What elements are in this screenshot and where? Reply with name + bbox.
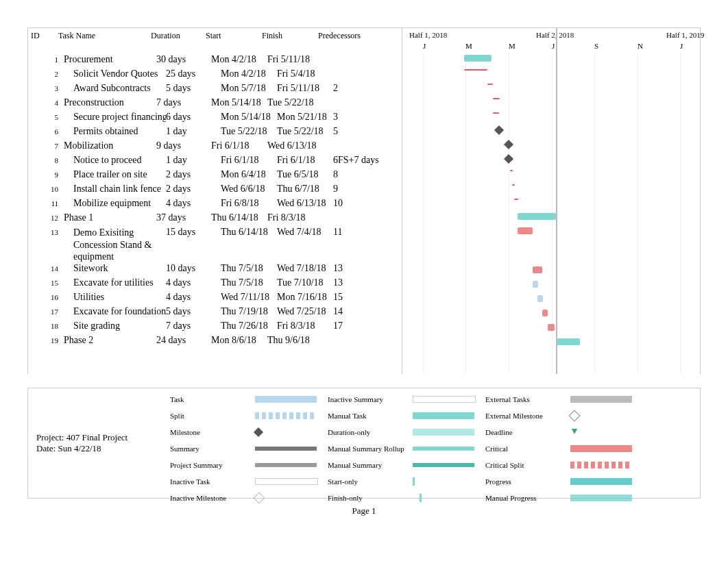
table-row: 13Demo Exisiting Concession Stand & equi…	[28, 227, 402, 263]
milestone-icon	[494, 125, 504, 135]
timeline-half: Half 2, 2018	[536, 31, 574, 39]
gantt-bar	[533, 266, 542, 273]
table-row: 8Notice to proceed1 dayFri 6/1/18Fri 6/1…	[28, 155, 402, 169]
legend-items: TaskInactive SummaryExternal TasksSplitM…	[170, 388, 700, 498]
legend-label: Manual Progress	[485, 491, 568, 505]
timeline-month: M	[465, 42, 472, 50]
legend-swatch	[255, 396, 317, 403]
legend-label: Task	[170, 392, 252, 406]
legend-label: Deadline	[485, 425, 568, 439]
milestone-icon	[504, 140, 513, 149]
legend-swatch	[570, 462, 632, 468]
legend-label: Inactive Summary	[328, 392, 410, 406]
gantt-bar	[510, 170, 513, 171]
timeline-header: Half 1, 2018Half 2, 2018Half 1, 2019JMMJ…	[402, 28, 700, 51]
project-info: Project: 407 Final Project Date: Sun 4/2…	[28, 388, 170, 498]
gantt-bar	[464, 55, 492, 62]
table-row: 2Solicit Vendor Quotes25 daysMon 4/2/18F…	[28, 68, 402, 83]
legend-label: Finish-only	[328, 491, 410, 505]
legend-swatch	[570, 495, 632, 501]
table-row: 18Site grading7 daysThu 7/26/18Fri 8/3/1…	[28, 321, 402, 335]
task-name: Preconstruction	[64, 97, 156, 108]
timeline-half: Half 1, 2018	[409, 31, 447, 39]
legend-label: Start-only	[328, 475, 410, 488]
legend-label: Project Summary	[170, 458, 252, 472]
gantt-bar	[542, 310, 548, 316]
legend-swatch	[570, 445, 632, 452]
project-title: Project: 407 Final Project	[36, 432, 170, 443]
col-finish: Finish	[262, 31, 318, 41]
gantt-bar	[533, 281, 538, 288]
legend-label: Split	[170, 409, 252, 423]
project-date: Date: Sun 4/22/18	[36, 443, 170, 454]
timeline-month: J	[552, 42, 555, 50]
legend-swatch	[570, 396, 632, 403]
legend-swatch	[570, 429, 577, 436]
legend-label: Manual Summary	[328, 458, 410, 472]
task-name: Procurement	[64, 54, 156, 65]
col-start: Start	[206, 31, 262, 41]
legend-swatch	[255, 447, 317, 451]
legend-label: Critical Split	[485, 458, 568, 472]
legend-label: Inactive Milestone	[170, 491, 252, 505]
task-name: Install chain link fence	[64, 184, 166, 195]
legend-label: Milestone	[170, 425, 252, 439]
legend-swatch	[255, 463, 317, 467]
legend-label: External Tasks	[485, 392, 568, 406]
legend-label: Critical	[485, 442, 568, 455]
col-id: ID	[28, 31, 58, 41]
task-name: Site grading	[64, 321, 166, 331]
table-row: 6Permits obtained1 dayTue 5/22/18Tue 5/2…	[28, 126, 402, 140]
legend-swatch	[413, 447, 474, 451]
legend-swatch	[413, 396, 476, 403]
task-name: Place trailer on site	[64, 169, 166, 180]
status-date-line	[556, 28, 557, 374]
col-name: Task Name	[58, 31, 151, 41]
timeline-month: N	[638, 42, 643, 50]
table-row: 9Place trailer on site2 daysMon 6/4/18Tu…	[28, 169, 402, 184]
timeline-half: Half 1, 2019	[666, 31, 704, 39]
legend-label: Progress	[485, 475, 568, 488]
table-row: 12Phase 137 daysThu 6/14/18Fri 8/3/18	[28, 212, 402, 227]
table-row: 11Mobilize equipment4 daysFri 6/8/18Wed …	[28, 198, 402, 212]
table-row: 7Mobilization9 daysFri 6/1/18Wed 6/13/18	[28, 140, 402, 155]
legend-swatch	[413, 429, 474, 436]
legend-swatch	[254, 427, 263, 437]
legend-swatch	[413, 412, 474, 419]
legend-label: Duration-only	[328, 425, 410, 439]
gantt-bar	[557, 338, 580, 345]
task-name: Notice to proceed	[64, 155, 166, 166]
task-rows: 1Procurement30 daysMon 4/2/18Fri 5/11/18…	[28, 54, 402, 349]
timeline-month: M	[509, 42, 515, 50]
task-name: Permits obtained	[64, 126, 166, 137]
table-row: 10Install chain link fence2 daysWed 6/6/…	[28, 184, 402, 198]
gantt-bar	[487, 84, 493, 85]
task-name: Award Subcontracts	[64, 83, 166, 94]
gantt-bar	[514, 199, 518, 200]
task-name: Excavate for foundation	[64, 306, 166, 317]
gantt-bar	[493, 112, 499, 114]
legend-label: Manual Task	[328, 409, 410, 423]
task-name: Phase 1	[64, 212, 156, 223]
legend-label: External Milestone	[485, 409, 568, 423]
timeline-month: J	[680, 42, 683, 50]
task-name: Secure project financing	[64, 112, 166, 123]
task-name: Sitework	[64, 263, 166, 274]
legend-swatch	[569, 410, 581, 422]
table-row: 14Sitework10 daysThu 7/5/18Wed 7/18/1813	[28, 263, 402, 277]
table-row: 1Procurement30 daysMon 4/2/18Fri 5/11/18	[28, 54, 402, 68]
col-pred: Predecessors	[318, 31, 387, 41]
gantt-bar	[518, 213, 556, 220]
legend-swatch	[413, 463, 474, 467]
gantt-sheet: ID Task Name Duration Start Finish Prede…	[27, 27, 701, 374]
timeline-month: J	[423, 42, 426, 50]
gantt-bar	[512, 184, 515, 186]
table-row: 16Utilities4 daysWed 7/11/18Mon 7/16/181…	[28, 292, 402, 306]
legend-swatch	[255, 412, 317, 419]
gantt-bar	[537, 295, 543, 302]
column-headers: ID Task Name Duration Start Finish Prede…	[28, 28, 402, 54]
legend-panel: Project: 407 Final Project Date: Sun 4/2…	[27, 388, 701, 499]
table-row: 15Excavate for utilities4 daysThu 7/5/18…	[28, 277, 402, 292]
task-name: Phase 2	[64, 335, 156, 346]
legend-swatch	[255, 478, 318, 485]
